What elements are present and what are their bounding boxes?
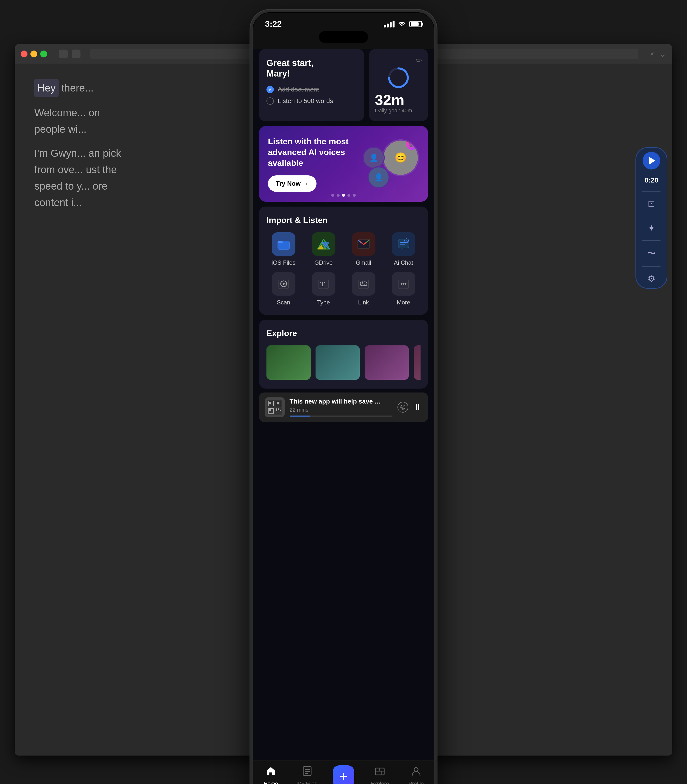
screenshot-icon[interactable]: ⊡ — [648, 198, 655, 209]
type-label: Type — [317, 299, 330, 306]
welcome-card: Great start, Mary! ✓ Add document Listen… — [259, 49, 364, 121]
player-divider-2 — [643, 216, 661, 216]
banner-title: Listen with the most advanced AI voices … — [268, 136, 360, 169]
svg-point-30 — [403, 283, 404, 285]
scan-label: Scan — [277, 299, 290, 306]
now-playing-controls: ⏸ — [398, 402, 422, 413]
wifi-icon — [398, 20, 406, 28]
dot-2 — [337, 194, 340, 197]
banner-card[interactable]: Listen with the most advanced AI voices … — [259, 126, 428, 202]
edit-icon[interactable]: ✏ — [416, 56, 422, 65]
import-item-gdrive[interactable]: GDrive — [306, 232, 340, 266]
browser-window-controls — [21, 51, 47, 57]
import-item-aichat[interactable]: AI Ai Chat — [386, 232, 421, 266]
player-play-button[interactable] — [643, 152, 660, 169]
svg-rect-39 — [276, 408, 277, 410]
svg-rect-52 — [379, 768, 384, 771]
try-now-button[interactable]: Try Now → — [268, 175, 317, 192]
task-label-2: Listen to 500 words — [278, 97, 333, 105]
svg-rect-17 — [400, 244, 405, 245]
nav-item-explore[interactable]: Explore — [365, 766, 394, 784]
scan-icon — [272, 272, 296, 295]
import-item-type[interactable]: T Type — [306, 272, 340, 306]
svg-rect-34 — [270, 402, 271, 404]
dot-1 — [331, 194, 334, 197]
waveform-icon[interactable]: 〜 — [647, 248, 656, 259]
browser-maximize-dot[interactable] — [40, 51, 47, 57]
player-divider-3 — [643, 240, 661, 241]
explore-thumb-1[interactable] — [266, 345, 311, 380]
browser-nav-btn-1[interactable] — [59, 49, 68, 58]
svg-rect-46 — [303, 767, 311, 776]
progress-fill — [289, 415, 310, 417]
browser-close-dot[interactable] — [21, 51, 28, 57]
now-playing-bar[interactable]: This new app will help save yo... 22 min… — [259, 392, 428, 422]
task-item-1[interactable]: ✓ Add document — [266, 85, 357, 93]
svg-rect-38 — [270, 409, 271, 411]
nav-my-files-label: My Files — [297, 781, 317, 784]
antenna-icon[interactable] — [398, 402, 408, 413]
bookmark-plus-icon[interactable]: ✦ — [648, 223, 655, 233]
svg-text:T: T — [320, 280, 325, 288]
ios-files-icon — [272, 232, 296, 256]
explore-thumb-2[interactable] — [316, 345, 360, 380]
nav-item-profile[interactable]: Profile — [401, 766, 431, 784]
import-item-more[interactable]: More — [386, 272, 421, 306]
explore-thumb-4[interactable] — [414, 345, 421, 380]
nav-item-home[interactable]: Home — [256, 766, 286, 784]
my-files-icon — [302, 766, 312, 779]
browser-nav-btn-2[interactable] — [72, 49, 81, 58]
gmail-label: Gmail — [356, 259, 371, 266]
dot-5 — [353, 194, 356, 197]
explore-card: Explore — [259, 320, 428, 389]
avatar-small-1: 👤 — [363, 147, 385, 169]
svg-rect-41 — [276, 410, 277, 412]
browser-minimize-dot[interactable] — [30, 51, 37, 57]
type-icon: T — [312, 272, 335, 295]
explore-icon — [375, 766, 385, 779]
task-item-2[interactable]: Listen to 500 words — [266, 97, 357, 105]
import-item-scan[interactable]: Scan — [266, 272, 301, 306]
np-thumb-art — [268, 400, 282, 415]
svg-rect-42 — [280, 410, 281, 412]
explore-title: Explore — [266, 328, 421, 338]
svg-point-31 — [404, 283, 406, 285]
headphone-badge: 🎧 — [406, 139, 418, 150]
task-label-1: Add document — [278, 85, 319, 93]
timer-value: 32m — [375, 93, 404, 107]
nav-item-add[interactable]: + — [329, 765, 358, 784]
more-icon — [392, 272, 416, 295]
svg-point-29 — [401, 283, 403, 285]
import-item-ios-files[interactable]: iOS Files — [266, 232, 301, 266]
now-playing-progress — [289, 415, 393, 417]
explore-thumb-3[interactable] — [365, 345, 409, 380]
browser-chevron-icon[interactable]: ⌄ — [659, 49, 666, 59]
dynamic-island — [319, 31, 368, 43]
task-check-2 — [266, 97, 274, 105]
browser-close-icon[interactable]: × — [650, 50, 654, 58]
more-label: More — [397, 299, 410, 306]
svg-rect-53 — [375, 771, 381, 775]
plus-icon: + — [339, 769, 348, 784]
banner-avatars: 😊 🎧 👤 👤 — [360, 139, 419, 189]
top-cards-row: Great start, Mary! ✓ Add document Listen… — [259, 49, 428, 121]
timer-ring — [388, 67, 409, 89]
pause-icon[interactable]: ⏸ — [413, 402, 422, 412]
explore-items — [266, 345, 421, 380]
import-item-gmail[interactable]: Gmail — [347, 232, 381, 266]
add-button[interactable]: + — [333, 765, 354, 784]
floating-media-player: 8:20 ⊡ ✦ 〜 ⚙ — [636, 147, 667, 289]
phone-mockup: 3:22 — [250, 10, 437, 784]
timer-goal: Daily goal: 40m — [375, 107, 412, 114]
bottom-navigation: Home My Files + — [253, 760, 434, 784]
link-icon — [352, 272, 375, 295]
nav-item-my-files[interactable]: My Files — [293, 766, 322, 784]
settings-icon[interactable]: ⚙ — [648, 274, 655, 284]
import-item-link[interactable]: Link — [347, 272, 381, 306]
import-card: Import & Listen iOS Files — [259, 207, 428, 315]
aichat-icon: AI — [392, 232, 416, 256]
status-time: 3:22 — [265, 19, 282, 29]
player-divider-4 — [643, 266, 661, 267]
aichat-label: Ai Chat — [394, 259, 413, 266]
checkmark-icon: ✓ — [268, 87, 272, 92]
